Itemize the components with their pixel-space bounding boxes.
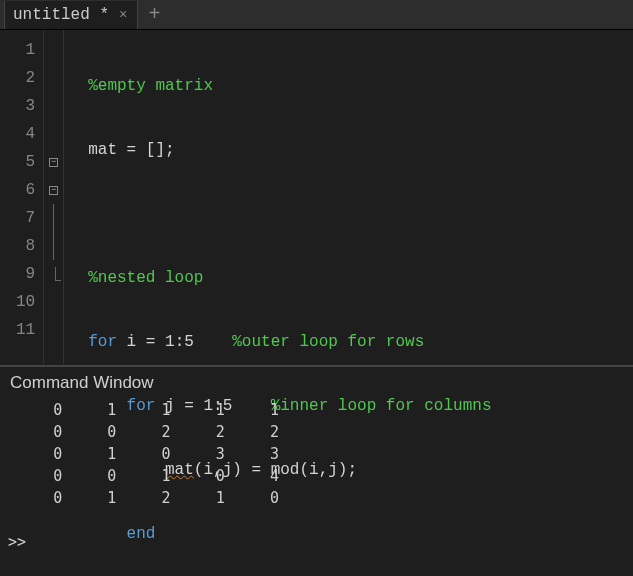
line-number: 9 bbox=[16, 260, 35, 288]
line-number: 1 bbox=[16, 36, 35, 64]
comment-text: %empty matrix bbox=[88, 77, 213, 95]
code-editor[interactable]: 1 2 3 4 5 6 7 8 9 10 11 − − %empty matri… bbox=[0, 30, 633, 365]
line-number: 11 bbox=[16, 316, 35, 344]
comment-text: %outer loop for rows bbox=[232, 333, 424, 351]
fold-icon[interactable]: − bbox=[49, 158, 58, 167]
line-gutter: 1 2 3 4 5 6 7 8 9 10 11 bbox=[0, 30, 44, 365]
line-number: 5 bbox=[16, 148, 35, 176]
line-number: 10 bbox=[16, 288, 35, 316]
fold-icon[interactable]: − bbox=[49, 186, 58, 195]
line-number: 2 bbox=[16, 64, 35, 92]
close-icon[interactable]: × bbox=[117, 7, 129, 23]
code-text: i = 1:5 bbox=[117, 333, 232, 351]
add-tab-icon[interactable]: + bbox=[138, 3, 170, 26]
code-body[interactable]: %empty matrix mat = []; %nested loop for… bbox=[64, 30, 491, 365]
line-number: 6 bbox=[16, 176, 35, 204]
line-number: 3 bbox=[16, 92, 35, 120]
line-number: 7 bbox=[16, 204, 35, 232]
editor-tab[interactable]: untitled * × bbox=[4, 1, 138, 29]
fold-column: − − bbox=[44, 30, 64, 365]
tab-title: untitled * bbox=[13, 6, 109, 24]
tab-bar: untitled * × + bbox=[0, 0, 633, 30]
comment-text: %inner loop for columns bbox=[271, 397, 492, 415]
line-number: 8 bbox=[16, 232, 35, 260]
keyword-text: end bbox=[127, 525, 156, 543]
line-number: 4 bbox=[16, 120, 35, 148]
comment-text: %nested loop bbox=[88, 269, 203, 287]
keyword-text: for bbox=[88, 333, 117, 351]
code-text: mat = []; bbox=[88, 141, 174, 159]
